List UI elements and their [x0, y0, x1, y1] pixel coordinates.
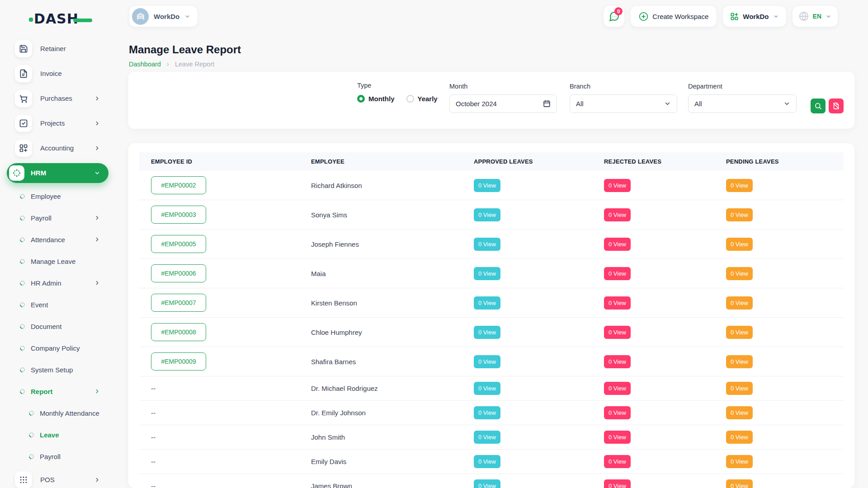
pending-view-badge[interactable]: 0 View [726, 296, 753, 310]
sidebar-item-attendance[interactable]: Attendance [0, 229, 116, 250]
pending-view-badge[interactable]: 0 View [726, 455, 753, 468]
approved-view-badge[interactable]: 0 View [474, 479, 500, 488]
approved-view-badge[interactable]: 0 View [474, 267, 500, 280]
col-employee-id: EMPLOYEE ID [139, 158, 299, 165]
approved-view-badge[interactable]: 0 View [474, 355, 500, 368]
department-select[interactable]: All [688, 94, 797, 113]
sidebar-item-label: Company Policy [31, 344, 80, 352]
rejected-view-badge[interactable]: 0 View [604, 326, 631, 339]
pending-view-badge[interactable]: 0 View [726, 326, 753, 339]
approved-view-badge[interactable]: 0 View [474, 406, 500, 419]
sidebar-item-leave[interactable]: Leave [0, 424, 116, 446]
sidebar-item-label: Retainer [40, 45, 66, 52]
rejected-view-badge[interactable]: 0 View [604, 296, 631, 310]
rejected-view-badge[interactable]: 0 View [604, 382, 631, 395]
sidebar-item-event[interactable]: Event [0, 294, 116, 315]
breadcrumb-dashboard-link[interactable]: Dashboard [129, 61, 161, 68]
pending-view-badge[interactable]: 0 View [726, 431, 753, 444]
sidebar-item-projects[interactable]: Projects [0, 111, 116, 136]
approved-view-badge[interactable]: 0 View [474, 431, 500, 444]
rejected-view-badge[interactable]: 0 View [604, 406, 631, 419]
pending-view-badge[interactable]: 0 View [726, 267, 753, 280]
pending-view-badge[interactable]: 0 View [726, 238, 753, 251]
approved-view-badge[interactable]: 0 View [474, 326, 500, 339]
sidebar-item-system-setup[interactable]: System Setup [0, 359, 116, 380]
language-selector[interactable]: EN [792, 5, 838, 27]
month-input[interactable]: October 2024 [449, 94, 557, 113]
sidebar-item-icon [9, 165, 24, 181]
app-logo[interactable]: DASH [29, 11, 92, 27]
sidebar-item-accounting[interactable]: Accounting [0, 136, 116, 160]
sidebar-item-report[interactable]: Report [0, 380, 116, 402]
sidebar-item-manage-leave[interactable]: Manage Leave [0, 250, 116, 272]
month-label: Month [449, 83, 557, 90]
approved-view-badge[interactable]: 0 View [474, 455, 500, 468]
rejected-view-badge[interactable]: 0 View [604, 238, 631, 251]
col-approved-leaves: APPROVED LEAVES [462, 158, 592, 165]
filter-card: Type Monthly Yearly Month October 2024 B… [128, 72, 854, 129]
employee-id-button[interactable]: #EMP00006 [151, 264, 206, 282]
pending-view-badge[interactable]: 0 View [726, 355, 753, 368]
bullet-icon [19, 214, 26, 221]
sidebar-item-purchases[interactable]: Purchases [0, 86, 116, 111]
approved-view-badge[interactable]: 0 View [474, 382, 500, 395]
approved-view-badge[interactable]: 0 View [474, 296, 500, 310]
approved-view-badge[interactable]: 0 View [474, 208, 500, 221]
sidebar-item-invoice[interactable]: Invoice [0, 61, 116, 86]
sidebar-item-hr-admin[interactable]: HR Admin [0, 272, 116, 294]
employee-id-button[interactable]: #EMP00009 [151, 352, 206, 371]
radio-dot [357, 95, 365, 103]
table-row: -- James Brown 0 View 0 View 0 View [139, 474, 844, 488]
radio-yearly[interactable]: Yearly [406, 95, 438, 103]
employee-id-button[interactable]: #EMP00005 [151, 235, 206, 253]
pending-view-badge[interactable]: 0 View [726, 406, 753, 419]
header-actions: 0 Create Workspace WorkDo EN [603, 5, 838, 27]
rejected-view-badge[interactable]: 0 View [604, 431, 631, 444]
rejected-view-badge[interactable]: 0 View [604, 208, 631, 221]
workspace-name: WorkDo [154, 13, 179, 20]
pending-view-badge[interactable]: 0 View [726, 208, 753, 221]
sidebar-item-pos[interactable]: POS [0, 467, 116, 488]
sidebar-item-document[interactable]: Document [0, 315, 116, 337]
leave-report-table-card: EMPLOYEE ID EMPLOYEE APPROVED LEAVES REJ… [128, 143, 854, 488]
table-row: #EMP00003 Sonya Sims 0 View 0 View 0 Vie… [139, 200, 844, 230]
sidebar-item-label: Attendance [31, 236, 65, 244]
workspace-selector[interactable]: WorkDo [129, 5, 198, 27]
employee-name: Kirsten Benson [299, 299, 462, 307]
branch-value: All [576, 100, 584, 108]
radio-monthly[interactable]: Monthly [357, 95, 395, 103]
rejected-view-badge[interactable]: 0 View [604, 479, 631, 488]
search-button[interactable] [811, 99, 826, 113]
sidebar-item-payroll[interactable]: Payroll [0, 446, 116, 467]
branch-select[interactable]: All [570, 94, 677, 113]
sidebar-item-hrm[interactable]: HRM [0, 160, 116, 185]
pending-view-badge[interactable]: 0 View [726, 479, 753, 488]
pending-view-badge[interactable]: 0 View [726, 179, 753, 192]
employee-id-button[interactable]: #EMP00007 [151, 294, 206, 312]
pending-view-badge[interactable]: 0 View [726, 382, 753, 395]
messages-count-badge: 0 [614, 7, 623, 15]
sidebar-item-company-policy[interactable]: Company Policy [0, 337, 116, 359]
employee-name: Shafira Barnes [299, 358, 462, 366]
sidebar-item-payroll[interactable]: Payroll [0, 207, 116, 229]
employee-id-button[interactable]: #EMP00003 [151, 206, 206, 224]
reset-filter-button[interactable] [829, 99, 844, 113]
page-title: Manage Leave Report [129, 43, 241, 56]
rejected-view-badge[interactable]: 0 View [604, 355, 631, 368]
rejected-view-badge[interactable]: 0 View [604, 179, 631, 192]
sidebar-item-monthly-attendance[interactable]: Monthly Attendance [0, 402, 116, 424]
sidebar-item-label: Payroll [40, 453, 61, 460]
messages-button[interactable]: 0 [603, 5, 625, 27]
employee-id-button[interactable]: #EMP00002 [151, 176, 206, 194]
calendar-icon[interactable] [543, 100, 551, 108]
create-workspace-button[interactable]: Create Workspace [630, 5, 717, 27]
rejected-view-badge[interactable]: 0 View [604, 267, 631, 280]
approved-view-badge[interactable]: 0 View [474, 179, 500, 192]
employee-id-button[interactable]: #EMP00008 [151, 323, 206, 341]
approved-view-badge[interactable]: 0 View [474, 238, 500, 251]
rejected-view-badge[interactable]: 0 View [604, 455, 631, 468]
sidebar-item-employee[interactable]: Employee [0, 185, 116, 207]
table-row: -- Dr. Emily Johnson 0 View 0 View 0 Vie… [139, 401, 844, 425]
sidebar-item-retainer[interactable]: Retainer [0, 36, 116, 61]
workdo-menu[interactable]: WorkDo [722, 5, 786, 27]
